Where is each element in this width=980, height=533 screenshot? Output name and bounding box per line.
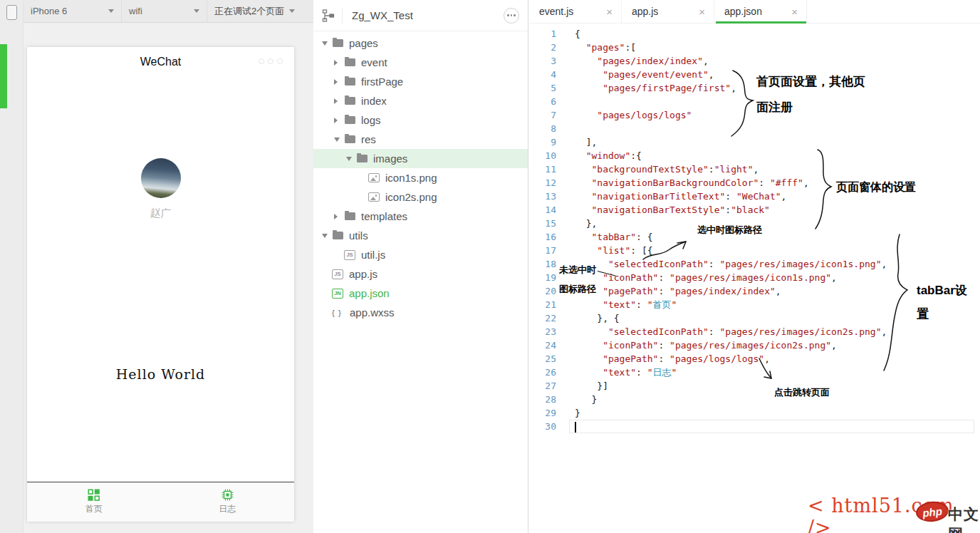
code-line[interactable]: 25 "pagePath": "pages/logs/logs", (529, 352, 980, 366)
line-number: 20 (529, 286, 556, 296)
code-line[interactable]: 1{ (529, 27, 980, 41)
editor-tab-app-json[interactable]: app.json× (714, 0, 807, 23)
tree-item-util-js[interactable]: JSutil.js (313, 245, 528, 264)
code-text: "list": [{ (556, 245, 653, 256)
js-file-icon: JS (332, 269, 343, 279)
chevron-down-icon[interactable] (346, 157, 356, 161)
chevron-down-icon[interactable] (322, 234, 332, 238)
tree-item-images[interactable]: images (313, 149, 528, 168)
code-line[interactable]: 5 "pages/firstPage/first", (529, 81, 980, 95)
debug-pages-select[interactable]: 正在调试2个页面 (207, 0, 313, 22)
device-select[interactable]: iPhone 6 (24, 0, 122, 22)
code-line[interactable]: 16 "tabBar": { (529, 230, 980, 244)
php-logo-cn-text: 中文网 (948, 504, 980, 533)
code-line[interactable]: 4 "pages/event/event", (529, 68, 980, 81)
tree-item-firstpage[interactable]: firstPage (313, 72, 528, 91)
user-avatar[interactable] (141, 158, 181, 198)
tree-item-app-json[interactable]: JNapp.json (313, 284, 528, 303)
chevron-down-icon[interactable] (322, 41, 332, 46)
tree-item-app-wxss[interactable]: { }app.wxss (313, 303, 528, 322)
editor-tab-app-js[interactable]: app.js× (622, 0, 714, 23)
tree-item-label: event (361, 56, 387, 68)
chevron-right-icon[interactable] (334, 79, 344, 85)
code-line[interactable]: 2 "pages":[ (529, 41, 980, 54)
code-line[interactable]: 11 "backgroundTextStyle":"light", (529, 162, 980, 176)
code-line[interactable]: 28 } (529, 393, 980, 406)
chevron-right-icon[interactable] (334, 60, 344, 66)
code-line[interactable]: 27 }] (529, 379, 980, 393)
tab-label: app.json (724, 6, 762, 17)
code-line[interactable]: 3 "pages/index/index", (529, 54, 980, 68)
code-line[interactable]: 26 "text": "日志" (529, 366, 980, 379)
simulator-tab-label: 日志 (219, 503, 236, 515)
tree-item-utils[interactable]: utils (313, 226, 528, 245)
chevron-right-icon[interactable] (334, 118, 344, 123)
tree-item-pages[interactable]: pages (313, 33, 528, 53)
tree-item-icon2s-png[interactable]: icon2s.png (313, 187, 528, 207)
code-text: "pages":[ (556, 42, 636, 53)
code-line[interactable]: 12 "navigationBarBackgroundColor": "#fff… (529, 176, 980, 190)
code-area[interactable]: 1{2 "pages":[3 "pages/index/index",4 "pa… (529, 24, 980, 533)
line-number: 2 (529, 42, 556, 53)
editor-tab-event-js[interactable]: event.js× (529, 0, 622, 23)
code-line[interactable]: 7 "pages/logs/logs" (529, 108, 980, 122)
tree-item-res[interactable]: res (313, 130, 528, 149)
line-number: 18 (529, 259, 556, 269)
code-line[interactable]: 24 "iconPath": "pages/res/images/icon2s.… (529, 338, 980, 352)
tree-item-label: logs (361, 114, 381, 126)
code-line[interactable]: 30 (529, 420, 980, 433)
simulator-toggle-icon[interactable] (6, 5, 17, 20)
simulator-tab-label: 首页 (85, 503, 103, 515)
tree-item-icon1s-png[interactable]: icon1s.png (313, 168, 528, 187)
project-structure-icon[interactable] (322, 8, 343, 24)
code-line[interactable]: 9 ], (529, 135, 980, 149)
tree-item-label: templates (361, 210, 407, 222)
code-text: "text": "首页" (556, 299, 677, 311)
code-line[interactable]: 15 }, (529, 217, 980, 230)
chevron-right-icon[interactable] (334, 214, 344, 219)
simulator-tab-[interactable]: 日志 (161, 482, 295, 522)
code-line[interactable]: 20 "pagePath": "pages/index/index", (529, 284, 980, 298)
line-number: 10 (529, 150, 556, 161)
code-text: "pages/firstPage/first", (556, 83, 736, 93)
simulator-tab-[interactable]: 首页 (27, 482, 161, 522)
code-line[interactable]: 19 "iconPath": "pages/res/images/icon1s.… (529, 271, 980, 284)
code-line[interactable]: 17 "list": [{ (529, 244, 980, 257)
code-text: "pagePath": "pages/index/index", (556, 286, 781, 296)
line-number: 8 (529, 123, 556, 134)
chevron-right-icon[interactable] (334, 98, 344, 104)
code-text: "text": "日志" (556, 366, 677, 379)
tree-item-label: pages (349, 37, 378, 49)
code-line[interactable]: 22 }, { (529, 311, 980, 325)
more-options-button[interactable] (504, 8, 519, 24)
code-line[interactable]: 21 "text": "首页" (529, 298, 980, 311)
code-editor: event.js×app.js×app.json× 1{2 "pages":[3… (529, 0, 980, 533)
code-line[interactable]: 8 (529, 122, 980, 135)
line-number: 17 (529, 245, 556, 256)
grid-icon (88, 489, 100, 501)
close-icon[interactable]: × (606, 6, 612, 18)
tree-item-label: icon2s.png (385, 191, 437, 203)
close-icon[interactable]: × (791, 6, 798, 18)
tree-item-app-js[interactable]: JSapp.js (313, 264, 528, 284)
tree-item-logs[interactable]: logs (313, 110, 528, 130)
code-text: "pages/event/event", (556, 69, 714, 80)
close-icon[interactable]: × (699, 6, 705, 18)
line-number: 30 (529, 421, 556, 432)
code-line[interactable]: 18 "selectedIconPath": "pages/res/images… (529, 257, 980, 271)
chevron-down-icon (194, 9, 199, 13)
tree-item-templates[interactable]: templates (313, 207, 528, 226)
code-line[interactable]: 29} (529, 406, 980, 420)
code-line[interactable]: 13 "navigationBarTitleText": "WeChat", (529, 190, 980, 203)
network-select[interactable]: wifi (122, 0, 207, 22)
tree-item-index[interactable]: index (313, 91, 528, 110)
code-line[interactable]: 6 (529, 95, 980, 108)
chevron-down-icon[interactable] (334, 138, 344, 142)
code-text: "iconPath": "pages/res/images/icon1s.png… (556, 272, 837, 283)
code-line[interactable]: 23 "selectedIconPath": "pages/res/images… (529, 325, 980, 338)
code-line[interactable]: 14 "navigationBarTextStyle":"black" (529, 203, 980, 217)
line-number: 22 (529, 313, 556, 324)
code-line[interactable]: 10 "window":{ (529, 149, 980, 162)
tree-item-event[interactable]: event (313, 53, 528, 72)
line-number: 13 (529, 191, 556, 202)
